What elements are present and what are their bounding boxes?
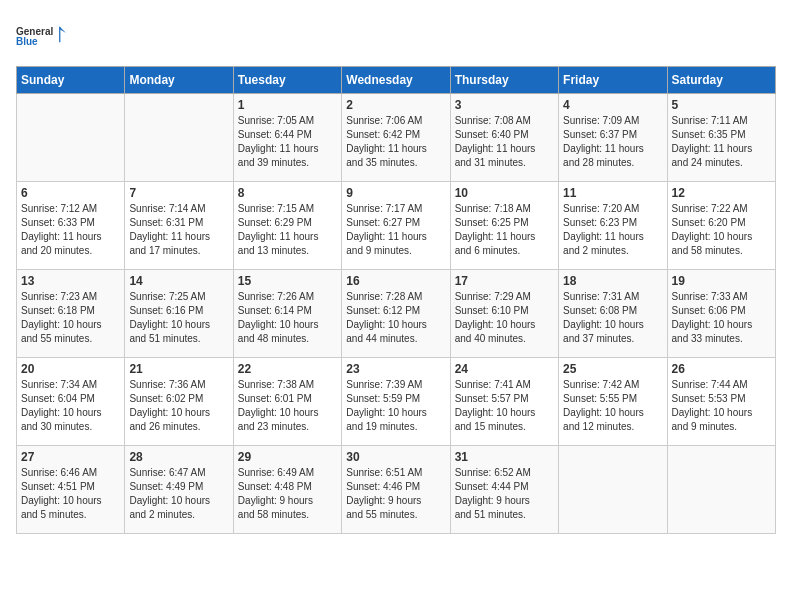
day-info: Sunrise: 7:09 AM Sunset: 6:37 PM Dayligh… [563, 114, 662, 170]
calendar-cell: 20Sunrise: 7:34 AM Sunset: 6:04 PM Dayli… [17, 358, 125, 446]
day-number: 27 [21, 450, 120, 464]
day-info: Sunrise: 7:29 AM Sunset: 6:10 PM Dayligh… [455, 290, 554, 346]
day-number: 23 [346, 362, 445, 376]
day-number: 29 [238, 450, 337, 464]
calendar-cell: 27Sunrise: 6:46 AM Sunset: 4:51 PM Dayli… [17, 446, 125, 534]
calendar-week-2: 6Sunrise: 7:12 AM Sunset: 6:33 PM Daylig… [17, 182, 776, 270]
day-number: 2 [346, 98, 445, 112]
svg-text:Blue: Blue [16, 36, 38, 47]
day-info: Sunrise: 6:47 AM Sunset: 4:49 PM Dayligh… [129, 466, 228, 522]
weekday-header-sunday: Sunday [17, 67, 125, 94]
day-number: 11 [563, 186, 662, 200]
calendar-cell: 12Sunrise: 7:22 AM Sunset: 6:20 PM Dayli… [667, 182, 775, 270]
calendar-cell: 4Sunrise: 7:09 AM Sunset: 6:37 PM Daylig… [559, 94, 667, 182]
day-info: Sunrise: 7:23 AM Sunset: 6:18 PM Dayligh… [21, 290, 120, 346]
day-info: Sunrise: 7:38 AM Sunset: 6:01 PM Dayligh… [238, 378, 337, 434]
day-info: Sunrise: 7:18 AM Sunset: 6:25 PM Dayligh… [455, 202, 554, 258]
calendar-cell: 26Sunrise: 7:44 AM Sunset: 5:53 PM Dayli… [667, 358, 775, 446]
day-info: Sunrise: 7:39 AM Sunset: 5:59 PM Dayligh… [346, 378, 445, 434]
day-info: Sunrise: 7:34 AM Sunset: 6:04 PM Dayligh… [21, 378, 120, 434]
day-number: 18 [563, 274, 662, 288]
day-info: Sunrise: 7:26 AM Sunset: 6:14 PM Dayligh… [238, 290, 337, 346]
day-number: 22 [238, 362, 337, 376]
day-info: Sunrise: 7:05 AM Sunset: 6:44 PM Dayligh… [238, 114, 337, 170]
day-info: Sunrise: 7:22 AM Sunset: 6:20 PM Dayligh… [672, 202, 771, 258]
day-number: 21 [129, 362, 228, 376]
day-number: 3 [455, 98, 554, 112]
calendar-week-1: 1Sunrise: 7:05 AM Sunset: 6:44 PM Daylig… [17, 94, 776, 182]
calendar-cell: 16Sunrise: 7:28 AM Sunset: 6:12 PM Dayli… [342, 270, 450, 358]
day-number: 6 [21, 186, 120, 200]
weekday-header-thursday: Thursday [450, 67, 558, 94]
page-header: General Blue [16, 16, 776, 56]
calendar-week-4: 20Sunrise: 7:34 AM Sunset: 6:04 PM Dayli… [17, 358, 776, 446]
weekday-header-friday: Friday [559, 67, 667, 94]
day-info: Sunrise: 7:42 AM Sunset: 5:55 PM Dayligh… [563, 378, 662, 434]
day-info: Sunrise: 7:08 AM Sunset: 6:40 PM Dayligh… [455, 114, 554, 170]
day-info: Sunrise: 6:49 AM Sunset: 4:48 PM Dayligh… [238, 466, 337, 522]
day-number: 26 [672, 362, 771, 376]
day-number: 15 [238, 274, 337, 288]
calendar-cell [17, 94, 125, 182]
day-info: Sunrise: 6:52 AM Sunset: 4:44 PM Dayligh… [455, 466, 554, 522]
day-info: Sunrise: 7:14 AM Sunset: 6:31 PM Dayligh… [129, 202, 228, 258]
day-info: Sunrise: 7:25 AM Sunset: 6:16 PM Dayligh… [129, 290, 228, 346]
calendar-body: 1Sunrise: 7:05 AM Sunset: 6:44 PM Daylig… [17, 94, 776, 534]
calendar-cell: 23Sunrise: 7:39 AM Sunset: 5:59 PM Dayli… [342, 358, 450, 446]
day-info: Sunrise: 6:51 AM Sunset: 4:46 PM Dayligh… [346, 466, 445, 522]
calendar-cell: 31Sunrise: 6:52 AM Sunset: 4:44 PM Dayli… [450, 446, 558, 534]
day-info: Sunrise: 7:31 AM Sunset: 6:08 PM Dayligh… [563, 290, 662, 346]
day-info: Sunrise: 6:46 AM Sunset: 4:51 PM Dayligh… [21, 466, 120, 522]
day-number: 19 [672, 274, 771, 288]
calendar-cell [667, 446, 775, 534]
svg-text:General: General [16, 26, 53, 37]
day-number: 17 [455, 274, 554, 288]
day-number: 1 [238, 98, 337, 112]
day-number: 7 [129, 186, 228, 200]
weekday-header-tuesday: Tuesday [233, 67, 341, 94]
day-number: 8 [238, 186, 337, 200]
calendar-cell: 28Sunrise: 6:47 AM Sunset: 4:49 PM Dayli… [125, 446, 233, 534]
day-info: Sunrise: 7:36 AM Sunset: 6:02 PM Dayligh… [129, 378, 228, 434]
day-number: 9 [346, 186, 445, 200]
day-number: 12 [672, 186, 771, 200]
day-info: Sunrise: 7:20 AM Sunset: 6:23 PM Dayligh… [563, 202, 662, 258]
calendar-cell: 21Sunrise: 7:36 AM Sunset: 6:02 PM Dayli… [125, 358, 233, 446]
calendar-cell: 19Sunrise: 7:33 AM Sunset: 6:06 PM Dayli… [667, 270, 775, 358]
day-number: 5 [672, 98, 771, 112]
day-number: 14 [129, 274, 228, 288]
day-info: Sunrise: 7:11 AM Sunset: 6:35 PM Dayligh… [672, 114, 771, 170]
calendar-cell: 17Sunrise: 7:29 AM Sunset: 6:10 PM Dayli… [450, 270, 558, 358]
calendar-week-3: 13Sunrise: 7:23 AM Sunset: 6:18 PM Dayli… [17, 270, 776, 358]
calendar-cell: 11Sunrise: 7:20 AM Sunset: 6:23 PM Dayli… [559, 182, 667, 270]
calendar-cell: 22Sunrise: 7:38 AM Sunset: 6:01 PM Dayli… [233, 358, 341, 446]
calendar-cell: 18Sunrise: 7:31 AM Sunset: 6:08 PM Dayli… [559, 270, 667, 358]
calendar-cell: 5Sunrise: 7:11 AM Sunset: 6:35 PM Daylig… [667, 94, 775, 182]
svg-marker-2 [60, 27, 66, 33]
weekday-header-row: SundayMondayTuesdayWednesdayThursdayFrid… [17, 67, 776, 94]
calendar-cell: 3Sunrise: 7:08 AM Sunset: 6:40 PM Daylig… [450, 94, 558, 182]
day-number: 30 [346, 450, 445, 464]
day-number: 20 [21, 362, 120, 376]
calendar-cell [559, 446, 667, 534]
calendar-cell: 8Sunrise: 7:15 AM Sunset: 6:29 PM Daylig… [233, 182, 341, 270]
weekday-header-monday: Monday [125, 67, 233, 94]
day-number: 31 [455, 450, 554, 464]
day-info: Sunrise: 7:12 AM Sunset: 6:33 PM Dayligh… [21, 202, 120, 258]
calendar-table: SundayMondayTuesdayWednesdayThursdayFrid… [16, 66, 776, 534]
calendar-cell: 24Sunrise: 7:41 AM Sunset: 5:57 PM Dayli… [450, 358, 558, 446]
day-info: Sunrise: 7:17 AM Sunset: 6:27 PM Dayligh… [346, 202, 445, 258]
day-number: 10 [455, 186, 554, 200]
calendar-cell: 9Sunrise: 7:17 AM Sunset: 6:27 PM Daylig… [342, 182, 450, 270]
calendar-cell: 30Sunrise: 6:51 AM Sunset: 4:46 PM Dayli… [342, 446, 450, 534]
calendar-week-5: 27Sunrise: 6:46 AM Sunset: 4:51 PM Dayli… [17, 446, 776, 534]
day-info: Sunrise: 7:41 AM Sunset: 5:57 PM Dayligh… [455, 378, 554, 434]
day-number: 24 [455, 362, 554, 376]
day-number: 28 [129, 450, 228, 464]
day-number: 16 [346, 274, 445, 288]
day-info: Sunrise: 7:06 AM Sunset: 6:42 PM Dayligh… [346, 114, 445, 170]
calendar-cell: 13Sunrise: 7:23 AM Sunset: 6:18 PM Dayli… [17, 270, 125, 358]
day-number: 25 [563, 362, 662, 376]
calendar-cell [125, 94, 233, 182]
calendar-cell: 14Sunrise: 7:25 AM Sunset: 6:16 PM Dayli… [125, 270, 233, 358]
